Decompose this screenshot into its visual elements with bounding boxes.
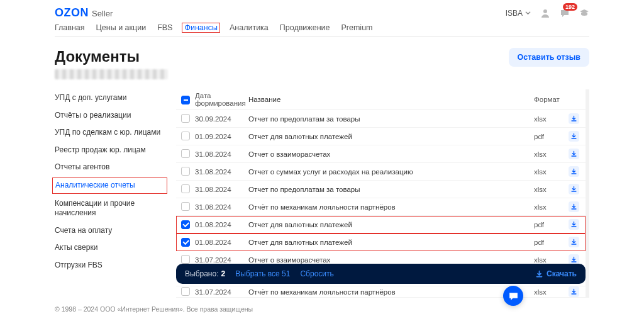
- row-format: pdf: [534, 221, 567, 228]
- row-date: 31.07.2024: [195, 288, 248, 296]
- select-all-link[interactable]: Выбрать все 51: [235, 269, 290, 278]
- table-row: 01.08.2024Отчет для валютных платежейpdf: [176, 234, 586, 251]
- sidebar-item[interactable]: УПД с доп. услугами: [55, 89, 165, 107]
- svg-point-0: [543, 9, 547, 13]
- row-date: 31.08.2024: [195, 203, 248, 211]
- download-icon[interactable]: [569, 166, 579, 177]
- page-title: Документы: [55, 48, 140, 65]
- row-date: 01.08.2024: [195, 239, 248, 246]
- table-row: 31.08.2024Отчет о взаиморасчетахxlsx: [176, 145, 586, 163]
- row-name: Отчет о взаиморасчетах: [248, 150, 534, 158]
- logo: OZON: [55, 6, 89, 20]
- row-name: Отчёт по механикам лояльности партнёров: [248, 203, 534, 211]
- row-name: Отчет по предоплатам за товары: [248, 115, 534, 123]
- row-date: 01.09.2024: [195, 133, 248, 140]
- row-format: xlsx: [534, 203, 567, 211]
- row-checkbox[interactable]: [181, 149, 190, 158]
- row-format: pdf: [534, 133, 567, 140]
- download-icon[interactable]: [569, 131, 579, 142]
- nav-item[interactable]: FBS: [157, 23, 172, 32]
- person-icon[interactable]: [540, 8, 550, 18]
- row-checkbox[interactable]: [181, 114, 190, 123]
- review-button[interactable]: Оставить отзыв: [509, 48, 589, 67]
- reset-link[interactable]: Сбросить: [300, 269, 333, 278]
- row-date: 30.09.2024: [195, 115, 248, 123]
- sidebar-item[interactable]: Счета на оплату: [55, 222, 165, 240]
- col-date: Дата формирования: [195, 92, 248, 107]
- row-format: xlsx: [534, 168, 567, 176]
- sidebar-item[interactable]: Отчеты агентов: [55, 159, 165, 176]
- download-icon[interactable]: [569, 149, 579, 159]
- nav-item[interactable]: Premium: [341, 23, 373, 32]
- chat-fab[interactable]: [503, 286, 523, 306]
- row-format: pdf: [534, 239, 567, 246]
- notification-badge: 192: [563, 3, 577, 11]
- seller-label: Seller: [92, 9, 113, 18]
- selected-label: Выбрано:: [185, 269, 218, 278]
- table-row: 01.09.2024Отчет для валютных платежейpdf: [176, 128, 586, 145]
- row-checkbox[interactable]: [181, 255, 190, 264]
- selection-bar: Выбрано: 2 Выбрать все 51 Сбросить Скача…: [176, 264, 586, 284]
- row-checkbox[interactable]: [181, 167, 190, 176]
- col-format: Формат: [534, 96, 567, 103]
- row-name: Отчет о суммах услуг и расходах на реали…: [248, 168, 534, 176]
- sidebar-item[interactable]: Отчёты о реализации: [55, 107, 165, 125]
- download-icon[interactable]: [569, 219, 579, 230]
- user-id: ISBA: [506, 9, 523, 18]
- download-icon[interactable]: [569, 184, 579, 194]
- row-date: 31.08.2024: [195, 168, 248, 176]
- table-row: 30.09.2024Отчет по предоплатам за товары…: [176, 110, 586, 128]
- row-format: xlsx: [534, 115, 567, 123]
- row-name: Отчет о взаиморасчетах: [248, 256, 534, 264]
- sidebar-item[interactable]: Аналитические отчеты: [52, 177, 167, 194]
- download-selected-button[interactable]: Скачать: [535, 269, 577, 278]
- header-checkbox[interactable]: [181, 96, 190, 104]
- row-checkbox[interactable]: [181, 238, 190, 247]
- sidebar-item[interactable]: Реестр продаж юр. лицам: [55, 142, 165, 159]
- row-format: xlsx: [534, 288, 567, 296]
- sidebar: УПД с доп. услугамиОтчёты о реализацииУП…: [55, 89, 165, 298]
- nav-item[interactable]: Аналитика: [230, 23, 269, 32]
- row-name: Отчет для валютных платежей: [248, 221, 534, 228]
- row-format: xlsx: [534, 186, 567, 193]
- row-checkbox[interactable]: [181, 184, 190, 193]
- nav-item[interactable]: Главная: [55, 23, 85, 32]
- row-format: xlsx: [534, 256, 567, 264]
- nav-item[interactable]: Продвижение: [280, 23, 330, 32]
- table-row: 31.07.2024Отчёт по механикам лояльности …: [176, 286, 586, 298]
- row-name: Отчет для валютных платежей: [248, 133, 534, 140]
- user-menu[interactable]: ISBA: [506, 9, 531, 18]
- brand[interactable]: OZON Seller: [55, 6, 113, 20]
- sidebar-item[interactable]: Компенсации и прочие начисления: [55, 195, 165, 222]
- subtitle-blurred: [55, 69, 168, 79]
- table-row: 31.08.2024Отчёт по механикам лояльности …: [176, 198, 586, 216]
- nav: ГлавнаяЦены и акцииFBSФинансыАналитикаПр…: [55, 23, 589, 37]
- table-row: 01.08.2024Отчет для валютных платежейpdf: [176, 216, 586, 234]
- selected-count: 2: [221, 269, 225, 278]
- row-checkbox[interactable]: [181, 287, 190, 296]
- sidebar-item[interactable]: УПД по сделкам с юр. лицами: [55, 124, 165, 142]
- row-date: 01.08.2024: [195, 221, 248, 228]
- row-checkbox[interactable]: [181, 132, 190, 140]
- sidebar-item[interactable]: Отгрузки FBS: [55, 257, 165, 274]
- download-icon[interactable]: [569, 113, 579, 124]
- download-icon[interactable]: [569, 201, 579, 212]
- row-name: Отчет для валютных платежей: [248, 239, 534, 246]
- education-icon[interactable]: [579, 8, 589, 18]
- row-name: Отчёт по механикам лояльности партнёров: [248, 288, 534, 296]
- chevron-down-icon: [525, 10, 531, 16]
- row-checkbox[interactable]: [181, 202, 190, 211]
- nav-item[interactable]: Цены и акции: [96, 23, 147, 32]
- download-icon[interactable]: [569, 286, 579, 297]
- table-row: 31.08.2024Отчет о суммах услуг и расхода…: [176, 163, 586, 181]
- chat-icon[interactable]: 192: [559, 8, 570, 18]
- row-checkbox[interactable]: [181, 220, 190, 229]
- table-row: 31.08.2024Отчет по предоплатам за товары…: [176, 181, 586, 198]
- row-format: xlsx: [534, 150, 567, 158]
- row-date: 31.08.2024: [195, 150, 248, 158]
- col-name: Название: [248, 96, 534, 103]
- nav-item[interactable]: Финансы: [182, 23, 219, 33]
- sidebar-item[interactable]: Акты сверки: [55, 239, 165, 257]
- download-icon[interactable]: [569, 237, 579, 247]
- table-header: Дата формирования Название Формат: [176, 89, 586, 110]
